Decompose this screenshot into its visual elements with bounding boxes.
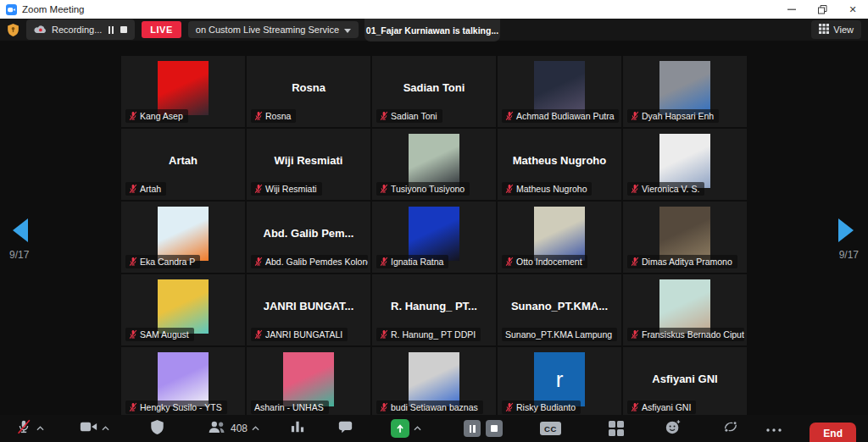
pause-recording-icon[interactable] — [107, 26, 115, 34]
closed-caption-button[interactable]: CC — [540, 422, 561, 435]
participant-avatar — [158, 207, 209, 261]
participant-avatar — [659, 279, 710, 334]
participant-tile[interactable]: Abd. Galib Pem... Abd. Galib Pemdes Kolo… — [247, 202, 370, 273]
participant-tile[interactable]: Asfiyani GNI Asfiyani GNI — [623, 347, 747, 418]
participants-chevron-icon[interactable] — [252, 426, 259, 431]
participant-grid: Kang Asep Rosna Rosna Sadian Toni Sadian… — [121, 56, 747, 418]
participants-count: 408 — [231, 423, 248, 434]
restore-icon[interactable] — [807, 0, 837, 19]
participants-button[interactable]: 408 — [207, 419, 259, 438]
reactions-button[interactable] — [665, 418, 682, 439]
next-page-arrow[interactable] — [838, 218, 854, 242]
end-meeting-button[interactable]: End — [810, 423, 856, 442]
participant-tile[interactable]: Matheus Nugroho Matheus Nugroho — [498, 129, 621, 200]
participant-name-label: Risky Budianto — [502, 401, 581, 414]
participant-name-text: Achmad Budiawan Putra — [516, 111, 615, 121]
participant-tile[interactable]: Asharin - UNHAS — [247, 347, 370, 418]
view-label: View — [833, 25, 854, 35]
breakout-rooms-button[interactable] — [609, 421, 624, 436]
participant-name-label: Otto Indocement — [502, 255, 587, 268]
participant-tile[interactable]: Dyah Hapsari Enh — [623, 56, 747, 127]
participant-avatar — [409, 352, 459, 406]
chat-button[interactable] — [337, 420, 353, 438]
participant-tile[interactable]: Eka Candra P — [121, 202, 245, 273]
mic-muted-icon — [631, 402, 639, 412]
participant-name-text: Artah — [140, 184, 161, 194]
participant-tile[interactable]: Sunano_PT.KMA... Sunano_PT.KMA Lampung — [498, 274, 621, 345]
participant-name-text: Asfiyani GNI — [642, 402, 691, 412]
grid-view-icon — [819, 24, 829, 36]
participant-tile[interactable]: Kang Asep — [121, 56, 245, 127]
mic-muted-icon — [380, 329, 388, 340]
participant-avatar — [283, 352, 334, 406]
stop-recording-icon[interactable] — [120, 26, 127, 33]
close-icon[interactable]: ✕ — [837, 0, 868, 19]
participant-tile[interactable]: Ignatia Ratna — [372, 202, 496, 273]
participant-tile[interactable]: budi Setiawan baznas — [372, 347, 496, 418]
participant-name-label: Vieronica V. S. — [627, 182, 704, 196]
participant-tile[interactable]: Dimas Aditya Pramono — [623, 202, 747, 273]
participant-tile[interactable]: JANRI BUNGAT... JANRI BUNGATALI — [247, 274, 370, 345]
participant-name-label: Eka Candra P — [125, 255, 200, 268]
view-button[interactable]: View — [811, 20, 861, 39]
participant-avatar — [158, 279, 209, 334]
video-button[interactable] — [80, 420, 109, 437]
participant-tile[interactable]: Vieronica V. S. — [623, 129, 747, 200]
participant-name-label: budi Setiawan baznas — [376, 401, 483, 414]
participant-tile[interactable]: Hengky Susilo - YTS — [121, 347, 245, 418]
participant-tile[interactable]: Otto Indocement — [498, 202, 621, 273]
participant-name-text: Hengky Susilo - YTS — [140, 402, 222, 412]
mic-muted-icon — [254, 329, 263, 340]
mic-muted-icon — [254, 257, 263, 267]
share-options-chevron-icon[interactable] — [414, 426, 421, 431]
live-badge: LIVE — [142, 21, 181, 38]
audio-options-chevron-icon[interactable] — [36, 426, 44, 431]
participant-tile[interactable]: Tusiyono Tusiyono — [372, 129, 496, 200]
mic-muted-icon — [380, 111, 388, 121]
mic-muted-icon — [505, 257, 514, 267]
participant-avatar — [659, 61, 710, 115]
recording-indicator: Recording... — [26, 19, 135, 40]
participant-tile[interactable]: Sadian Toni Sadian Toni — [372, 56, 496, 127]
page-indicator-right: 9/17 — [839, 249, 859, 261]
previous-page-arrow[interactable] — [13, 218, 28, 242]
chat-icon — [337, 420, 353, 438]
participant-tile[interactable]: Wiji Resmiati Wiji Resmiati — [247, 129, 370, 200]
participant-avatar — [158, 61, 209, 115]
security-shield-icon — [150, 419, 164, 439]
participant-tile[interactable]: R. Hanung_ PT... R. Hanung_ PT DDPI — [372, 274, 496, 345]
participant-avatar — [158, 352, 209, 406]
participant-center-name: Asfiyani GNI — [626, 373, 743, 385]
polls-button[interactable] — [290, 420, 305, 437]
participant-name-text: JANRI BUNGATALI — [265, 329, 342, 340]
participant-name-label: Fransiskus Bernado Ciputra... — [627, 328, 744, 341]
mute-button[interactable] — [15, 418, 44, 439]
participant-name-label: Matheus Nugroho — [502, 182, 592, 196]
participant-name-text: Wiji Resmiati — [265, 184, 317, 194]
participant-center-name: JANRI BUNGAT... — [250, 300, 367, 312]
apps-icon — [722, 418, 739, 439]
more-button[interactable] — [765, 421, 783, 436]
participant-tile[interactable]: r Risky Budianto — [498, 347, 621, 418]
participant-tile[interactable]: Fransiskus Bernado Ciputra... — [623, 274, 747, 345]
participant-name-label: JANRI BUNGATALI — [251, 328, 348, 341]
participant-name-text: Otto Indocement — [516, 257, 582, 267]
participant-tile[interactable]: SAM August — [121, 274, 245, 345]
pause-recording-button[interactable] — [464, 420, 481, 437]
encryption-shield-icon[interactable] — [7, 23, 19, 37]
share-screen-button[interactable] — [391, 419, 421, 438]
participant-name-label: SAM August — [125, 328, 194, 341]
participant-name-text: Eka Candra P — [140, 257, 195, 267]
participant-tile[interactable]: Artah Artah — [121, 129, 245, 200]
live-stream-selector[interactable]: on Custom Live Streaming Service — [188, 21, 359, 38]
stop-recording-button[interactable] — [486, 420, 503, 437]
participant-name-label: R. Hanung_ PT DDPI — [376, 328, 481, 341]
security-button[interactable] — [150, 419, 164, 439]
mic-muted-icon — [505, 111, 514, 121]
minimize-icon[interactable] — [776, 0, 807, 19]
participant-center-name: Rosna — [250, 81, 367, 94]
apps-button[interactable] — [722, 418, 739, 439]
participant-tile[interactable]: Rosna Rosna — [247, 56, 370, 127]
participant-tile[interactable]: Achmad Budiawan Putra — [498, 56, 621, 127]
video-options-chevron-icon[interactable] — [102, 426, 109, 431]
